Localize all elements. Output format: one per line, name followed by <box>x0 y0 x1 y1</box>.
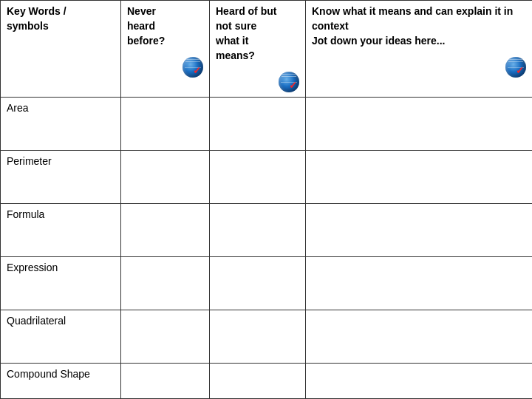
header-know: Know what it means and can explain it in… <box>306 1 533 98</box>
never-cell-5[interactable] <box>121 364 210 399</box>
globe-icon-3 <box>505 57 526 78</box>
header-keywords-line1: Key Words / <box>7 5 115 17</box>
know-cell-1[interactable] <box>306 151 533 204</box>
know-cell-2[interactable] <box>306 204 533 257</box>
table-row: Formula <box>1 204 533 257</box>
header-never-line2: heard <box>127 20 203 32</box>
never-cell-0[interactable] <box>121 98 210 151</box>
header-heard-line1: Heard of but <box>216 5 299 17</box>
table-row: Compound Shape <box>1 364 533 399</box>
table-row: Area <box>1 98 533 151</box>
heard-cell-1[interactable] <box>210 151 306 204</box>
header-heard-line2: not sure <box>216 20 299 32</box>
vocabulary-table: Key Words / symbols Never heard before? … <box>0 0 532 399</box>
keyword-cell-2: Formula <box>1 204 121 257</box>
header-never-line3: before? <box>127 35 203 47</box>
keyword-cell-4: Quadrilateral <box>1 310 121 364</box>
header-never-line1: Never <box>127 5 203 17</box>
know-cell-0[interactable] <box>306 98 533 151</box>
heard-cell-0[interactable] <box>210 98 306 151</box>
header-heard-line3: what it <box>216 35 299 47</box>
globe-icon-container-3 <box>312 50 526 78</box>
header-keywords-line2: symbols <box>7 20 115 32</box>
table-row: Expression <box>1 257 533 310</box>
know-cell-4[interactable] <box>306 310 533 364</box>
globe-icon-1 <box>183 57 203 78</box>
globe-icon-2 <box>279 72 299 92</box>
heard-cell-2[interactable] <box>210 204 306 257</box>
header-know-line3: Jot down your ideas here... <box>312 35 526 47</box>
keyword-cell-3: Expression <box>1 257 121 310</box>
keyword-cell-1: Perimeter <box>1 151 121 204</box>
never-cell-2[interactable] <box>121 204 210 257</box>
know-cell-5[interactable] <box>306 364 533 399</box>
table-row: Perimeter <box>1 151 533 204</box>
globe-icon-container-2 <box>216 64 299 92</box>
header-know-line1: Know what it means and can explain it in <box>312 5 526 17</box>
heard-cell-5[interactable] <box>210 364 306 399</box>
header-never: Never heard before? <box>121 1 210 98</box>
never-cell-3[interactable] <box>121 257 210 310</box>
keyword-cell-0: Area <box>1 98 121 151</box>
header-know-line2: context <box>312 20 526 32</box>
never-cell-4[interactable] <box>121 310 210 364</box>
heard-cell-4[interactable] <box>210 310 306 364</box>
know-cell-3[interactable] <box>306 257 533 310</box>
heard-cell-3[interactable] <box>210 257 306 310</box>
header-keywords: Key Words / symbols <box>1 1 121 98</box>
keyword-cell-5: Compound Shape <box>1 364 121 399</box>
header-heard: Heard of but not sure what it means? <box>210 1 306 98</box>
table-row: Quadrilateral <box>1 310 533 364</box>
header-heard-line4: means? <box>216 50 299 61</box>
never-cell-1[interactable] <box>121 151 210 204</box>
globe-icon-container-1 <box>127 50 203 78</box>
